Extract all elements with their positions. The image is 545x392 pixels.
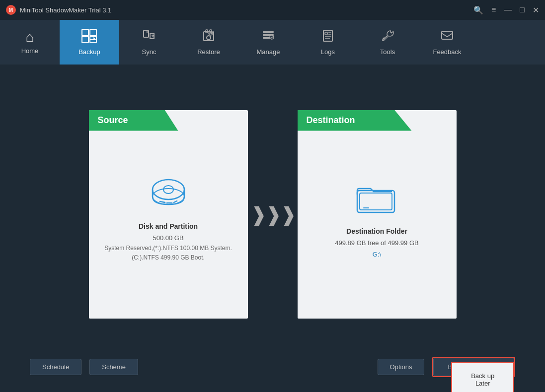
sync-icon <box>142 29 156 45</box>
manage-icon <box>261 29 275 45</box>
nav-logs-label: Logs <box>321 48 335 56</box>
destination-path: G:\ <box>373 251 381 258</box>
bottom-left: Schedule Scheme <box>30 359 138 375</box>
nav-bar: ⌂ Home Backup Sync <box>0 20 545 65</box>
schedule-button[interactable]: Schedule <box>30 359 81 375</box>
menu-icon[interactable]: ≡ <box>491 5 496 14</box>
svg-rect-5 <box>147 31 148 33</box>
app-title: MiniTool ShadowMaker Trial 3.1 <box>20 6 111 14</box>
title-bar-left: M MiniTool ShadowMaker Trial 3.1 <box>6 5 111 15</box>
nav-backup-label: Backup <box>78 48 100 56</box>
nav-manage[interactable]: Manage <box>238 20 298 65</box>
nav-home-label: Home <box>21 47 39 55</box>
nav-home[interactable]: ⌂ Home <box>0 20 60 65</box>
arrow-section: ❱❱❱ <box>248 203 298 226</box>
tools-icon <box>381 29 394 45</box>
svg-point-7 <box>207 36 211 40</box>
svg-line-26 <box>160 201 165 202</box>
nav-manage-label: Manage <box>257 48 280 56</box>
svg-rect-22 <box>442 31 453 39</box>
svg-rect-4 <box>144 30 149 37</box>
source-detail: System Reserved,(*:).NTFS 100.00 MB Syst… <box>89 244 248 262</box>
nav-logs[interactable]: Logs <box>298 20 358 65</box>
svg-rect-1 <box>90 29 96 36</box>
restore-icon <box>202 29 216 45</box>
nav-sync[interactable]: Sync <box>119 20 179 65</box>
nav-backup[interactable]: Backup <box>60 20 119 65</box>
svg-point-24 <box>163 186 173 194</box>
svg-rect-2 <box>82 36 88 43</box>
backup-group: Back up Now ▾ Back up Later <box>432 357 515 377</box>
window-controls[interactable]: 🔍 ≡ — □ ✕ <box>473 5 539 15</box>
svg-rect-29 <box>357 191 394 212</box>
destination-header: Destination <box>298 110 412 131</box>
destination-card[interactable]: Destination Destination Folder 499.89 GB… <box>298 110 457 319</box>
options-button[interactable]: Options <box>378 359 425 375</box>
destination-title: Destination Folder <box>346 227 407 235</box>
title-bar: M MiniTool ShadowMaker Trial 3.1 🔍 ≡ — □… <box>0 0 545 20</box>
source-card[interactable]: Source Disk and Partition 500.00 GB Syst… <box>89 110 248 319</box>
minimize-icon[interactable]: — <box>504 5 512 14</box>
nav-restore-label: Restore <box>197 48 220 56</box>
search-icon[interactable]: 🔍 <box>473 5 483 15</box>
nav-tools[interactable]: Tools <box>358 20 417 65</box>
nav-tools-label: Tools <box>380 48 395 56</box>
feedback-icon <box>440 29 454 45</box>
source-title: Disk and Partition <box>139 222 198 230</box>
svg-rect-17 <box>325 32 327 35</box>
source-size: 500.00 GB <box>153 234 183 242</box>
close-icon[interactable]: ✕ <box>533 5 539 15</box>
cards-row: Source Disk and Partition 500.00 GB Syst… <box>30 79 515 349</box>
main-content: Source Disk and Partition 500.00 GB Syst… <box>0 65 545 392</box>
svg-line-28 <box>174 201 177 202</box>
disk-icon <box>146 176 191 212</box>
svg-point-23 <box>153 180 184 199</box>
folder-icon <box>355 181 399 217</box>
backup-later-button[interactable]: Back up Later <box>452 368 513 391</box>
home-icon: ⌂ <box>26 30 34 44</box>
svg-rect-16 <box>323 30 332 41</box>
scheme-button[interactable]: Scheme <box>89 359 138 375</box>
logs-icon <box>321 29 335 45</box>
source-header: Source <box>89 110 178 131</box>
svg-rect-30 <box>360 193 392 210</box>
backup-dropdown-menu: Back up Later <box>451 362 514 392</box>
destination-free: 499.89 GB free of 499.99 GB <box>335 239 418 247</box>
bottom-right: Options Back up Now ▾ Back up Later <box>378 357 515 377</box>
svg-rect-0 <box>82 29 88 36</box>
backup-icon <box>81 29 97 45</box>
nav-sync-label: Sync <box>142 48 156 56</box>
svg-rect-12 <box>263 31 274 33</box>
nav-feedback[interactable]: Feedback <box>417 20 477 65</box>
app-logo: M <box>6 5 16 15</box>
forward-arrows: ❱❱❱ <box>250 203 295 226</box>
nav-feedback-label: Feedback <box>433 48 461 56</box>
maximize-icon[interactable]: □ <box>520 5 525 14</box>
nav-restore[interactable]: Restore <box>179 20 238 65</box>
bottom-bar: Schedule Scheme Options Back up Now ▾ Ba… <box>30 357 515 382</box>
